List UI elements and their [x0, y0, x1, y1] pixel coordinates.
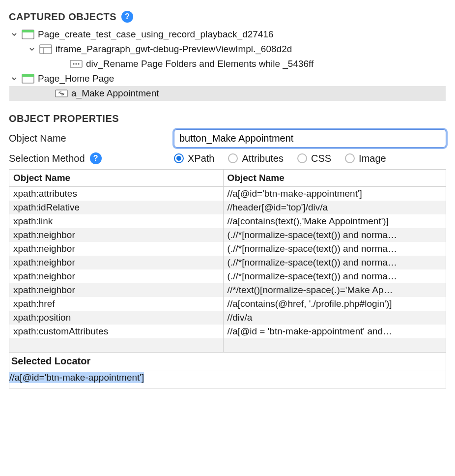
- tree-node-div[interactable]: div_Rename Page Folders and Elements whi…: [9, 57, 446, 71]
- selection-method-row: Selection Method ? XPath Attributes CSS …: [9, 152, 446, 164]
- table-row[interactable]: xpath:position//div/a: [9, 311, 446, 325]
- svg-rect-1: [22, 30, 34, 32]
- table-row[interactable]: xpath:neighbor(.//*[normalize-space(text…: [9, 228, 446, 242]
- iframe-icon: [39, 44, 53, 55]
- table-header-value[interactable]: Object Name: [223, 170, 446, 187]
- object-name-row: Object Name: [9, 129, 446, 148]
- page-icon: [21, 29, 35, 40]
- object-properties-header: OBJECT PROPERTIES: [9, 113, 446, 124]
- table-row[interactable]: xpath:neighbor//*/text()[normalize-space…: [9, 283, 446, 297]
- tree-node-label: a_Make Appointment: [70, 88, 159, 99]
- tree-node-label: Page_create_test_case_using_record_playb…: [37, 29, 274, 40]
- radio-label: XPath: [188, 153, 214, 164]
- tree-node-label: Page_Home Page: [37, 73, 114, 84]
- selected-locator-value[interactable]: //a[@id='btn-make-appointment']: [9, 370, 446, 388]
- table-row[interactable]: xpath:href//a[contains(@href, './profile…: [9, 297, 446, 311]
- chevron-down-icon[interactable]: [9, 31, 19, 37]
- table-cell-key: xpath:link: [9, 214, 224, 228]
- tree-node-iframe[interactable]: iframe_Paragraph_gwt-debug-PreviewViewIm…: [9, 42, 446, 57]
- selected-locator-text: //a[@id='btn-make-appointment']: [9, 372, 144, 383]
- radio-dot-icon: [345, 153, 355, 163]
- svg-rect-10: [22, 74, 34, 77]
- radio-xpath[interactable]: XPath: [174, 153, 214, 164]
- table-cell-key: xpath:position: [9, 311, 224, 325]
- object-name-label: Object Name: [9, 133, 166, 144]
- svg-rect-2: [40, 45, 52, 54]
- selected-locator-header: Selected Locator: [9, 353, 446, 370]
- svg-point-7: [75, 63, 77, 64]
- table-row[interactable]: xpath:idRelative//header[@id='top']/div/…: [9, 201, 446, 214]
- page-icon: [21, 73, 35, 84]
- table-cell-value: (.//*[normalize-space(text()) and norma…: [223, 256, 446, 269]
- table-cell-value: (.//*[normalize-space(text()) and norma…: [223, 242, 446, 256]
- table-row[interactable]: xpath:attributes//a[@id='btn-make-appoin…: [9, 187, 446, 201]
- tree-node-label: iframe_Paragraph_gwt-debug-PreviewViewIm…: [55, 44, 292, 55]
- radio-image[interactable]: Image: [345, 153, 386, 164]
- table-cell-key: xpath:href: [9, 297, 224, 311]
- table-row[interactable]: xpath:neighbor(.//*[normalize-space(text…: [9, 242, 446, 256]
- tree-node-label: div_Rename Page Folders and Elements whi…: [85, 59, 313, 69]
- table-row-blank: [9, 338, 446, 352]
- svg-point-6: [73, 63, 74, 64]
- radio-label: CSS: [311, 153, 331, 164]
- table-row[interactable]: xpath:neighbor(.//*[normalize-space(text…: [9, 269, 446, 283]
- link-icon: [55, 88, 68, 99]
- table-cell-value: //a[@id = 'btn-make-appointment' and…: [223, 325, 446, 338]
- object-name-input[interactable]: [174, 129, 446, 148]
- captured-objects-tree: Page_create_test_case_using_record_playb…: [9, 27, 446, 101]
- table-cell-value: (.//*[normalize-space(text()) and norma…: [223, 228, 446, 242]
- table-cell-value: //*/text()[normalize-space(.)='Make Ap…: [223, 283, 446, 297]
- table-header-key[interactable]: Object Name: [9, 170, 224, 187]
- selection-method-label: Selection Method ?: [9, 152, 166, 164]
- table-cell-value: //a[contains(text(),'Make Appointment')]: [223, 214, 446, 228]
- div-icon: [69, 59, 83, 69]
- properties-table: Object Name Object Name xpath:attributes…: [9, 169, 446, 353]
- table-row[interactable]: xpath:neighbor(.//*[normalize-space(text…: [9, 256, 446, 269]
- table-row[interactable]: xpath:link//a[contains(text(),'Make Appo…: [9, 214, 446, 228]
- radio-css[interactable]: CSS: [297, 153, 331, 164]
- radio-attributes[interactable]: Attributes: [228, 153, 283, 164]
- table-cell-key: xpath:neighbor: [9, 228, 224, 242]
- table-cell-key: xpath:idRelative: [9, 201, 224, 214]
- tree-node-page-home[interactable]: Page_Home Page: [9, 71, 446, 86]
- section-title: CAPTURED OBJECTS: [9, 11, 116, 23]
- table-cell-key: xpath:neighbor: [9, 269, 224, 283]
- selection-method-text: Selection Method: [9, 153, 85, 164]
- table-cell-value: (.//*[normalize-space(text()) and norma…: [223, 269, 446, 283]
- selection-method-radios: XPath Attributes CSS Image: [174, 153, 386, 164]
- section-title: OBJECT PROPERTIES: [9, 113, 119, 124]
- table-cell-key: xpath:neighbor: [9, 283, 224, 297]
- help-icon[interactable]: ?: [121, 11, 133, 23]
- table-cell-value: //a[@id='btn-make-appointment']: [223, 187, 446, 201]
- radio-label: Image: [359, 153, 386, 164]
- table-cell-value: //div/a: [223, 311, 446, 325]
- radio-dot-icon: [174, 153, 184, 163]
- table-cell-value: //a[contains(@href, './profile.php#login…: [223, 297, 446, 311]
- table-row[interactable]: xpath:customAttributes//a[@id = 'btn-mak…: [9, 325, 446, 338]
- tree-node-page-create[interactable]: Page_create_test_case_using_record_playb…: [9, 27, 446, 42]
- captured-objects-header: CAPTURED OBJECTS ?: [9, 11, 446, 23]
- chevron-down-icon[interactable]: [27, 46, 37, 52]
- tree-node-make-appointment[interactable]: a_Make Appointment: [9, 86, 446, 101]
- table-cell-key: xpath:customAttributes: [9, 325, 224, 338]
- chevron-down-icon[interactable]: [9, 76, 19, 82]
- radio-label: Attributes: [242, 153, 283, 164]
- radio-dot-icon: [228, 153, 238, 163]
- radio-dot-icon: [297, 153, 307, 163]
- table-cell-key: xpath:neighbor: [9, 242, 224, 256]
- svg-point-8: [78, 63, 79, 64]
- table-cell-key: xpath:attributes: [9, 187, 224, 201]
- table-cell-key: xpath:neighbor: [9, 256, 224, 269]
- table-cell-value: //header[@id='top']/div/a: [223, 201, 446, 214]
- help-icon[interactable]: ?: [90, 152, 102, 164]
